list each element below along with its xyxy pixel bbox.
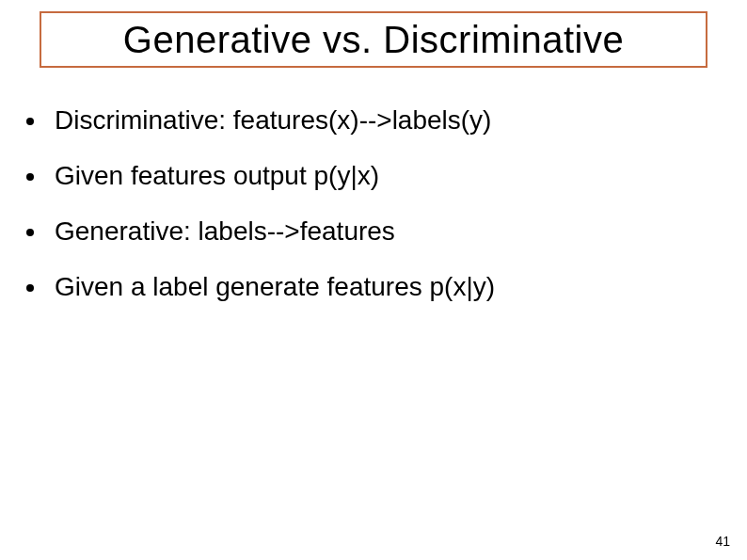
bullet-text: Generative: labels-->features xyxy=(55,215,395,248)
slide-body: Discriminative: features(x)-->labels(y) … xyxy=(26,104,709,326)
bullet-icon xyxy=(26,173,34,181)
slide: Generative vs. Discriminative Discrimina… xyxy=(0,0,747,560)
list-item: Generative: labels-->features xyxy=(26,215,709,248)
slide-title: Generative vs. Discriminative xyxy=(123,19,624,61)
bullet-icon xyxy=(26,284,34,292)
bullet-icon xyxy=(26,118,34,125)
bullet-icon xyxy=(26,229,34,236)
page-number: 41 xyxy=(715,534,730,549)
list-item: Given features output p(y|x) xyxy=(26,159,709,192)
bullet-text: Given a label generate features p(x|y) xyxy=(55,270,495,303)
list-item: Given a label generate features p(x|y) xyxy=(26,270,709,303)
title-box: Generative vs. Discriminative xyxy=(40,11,707,68)
list-item: Discriminative: features(x)-->labels(y) xyxy=(26,104,709,136)
bullet-text: Given features output p(y|x) xyxy=(55,159,379,192)
bullet-text: Discriminative: features(x)-->labels(y) xyxy=(55,104,491,136)
